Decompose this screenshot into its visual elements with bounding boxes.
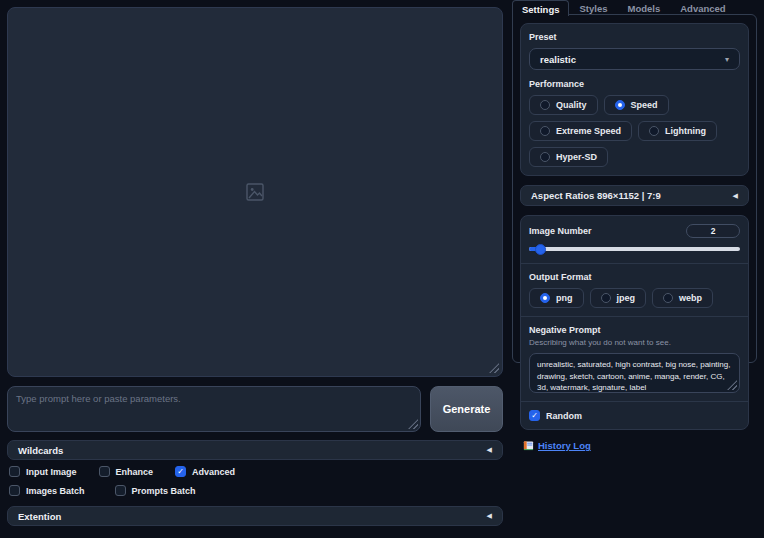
negative-prompt-section: Negative Prompt Describing what you do n… (521, 316, 748, 401)
collapse-arrow-icon: ◀ (733, 192, 738, 200)
aspect-ratios-label: Aspect Ratios 896×1152 | 7:9 (531, 190, 661, 201)
input-image-label: Input Image (26, 467, 77, 477)
checkbox-icon (9, 466, 20, 477)
checkbox-icon (9, 485, 20, 496)
tab-nav: Settings Styles Models Advanced (512, 0, 757, 15)
negative-prompt-input[interactable]: unrealistic, saturated, high contrast, b… (529, 353, 740, 393)
performance-lightning-radio[interactable]: Lightning (638, 121, 717, 141)
preset-value: realistic (540, 54, 576, 65)
prompts-batch-checkbox[interactable]: Prompts Batch (115, 485, 196, 496)
radio-icon (663, 293, 673, 303)
radio-selected-icon (540, 293, 550, 303)
radio-icon (540, 152, 550, 162)
prompt-input[interactable] (7, 386, 421, 432)
generation-settings-group: Image Number 2 Output Format png (520, 215, 749, 430)
chevron-down-icon: ▾ (725, 55, 729, 64)
radio-selected-icon (615, 100, 625, 110)
image-number-label: Image Number (529, 226, 592, 236)
settings-panel: Settings Styles Models Advanced Preset r… (512, 0, 757, 538)
checkbox-checked-icon: ✓ (175, 466, 186, 477)
radio-icon (601, 293, 611, 303)
radio-icon (649, 126, 659, 136)
image-number-value[interactable]: 2 (686, 224, 740, 238)
random-label: Random (546, 411, 582, 421)
image-placeholder-icon (245, 182, 265, 202)
performance-options: Quality Speed Extreme Speed Lightning Hy… (529, 95, 740, 167)
aspect-ratios-accordion[interactable]: Aspect Ratios 896×1152 | 7:9 ◀ (520, 185, 749, 206)
prompts-batch-label: Prompts Batch (132, 486, 196, 496)
book-icon (523, 440, 534, 451)
image-number-slider-handle[interactable] (535, 244, 546, 255)
image-number-section: Image Number 2 (521, 216, 748, 263)
image-preview-area[interactable] (7, 7, 503, 377)
advanced-label: Advanced (192, 467, 235, 477)
images-batch-checkbox[interactable]: Images Batch (9, 485, 85, 496)
negative-prompt-label: Negative Prompt (529, 325, 740, 335)
performance-quality-radio[interactable]: Quality (529, 95, 598, 115)
options-row-2: Images Batch Prompts Batch (9, 485, 196, 496)
performance-speed-radio[interactable]: Speed (604, 95, 669, 115)
format-webp-radio[interactable]: webp (652, 288, 713, 308)
radio-icon (540, 126, 550, 136)
advanced-checkbox[interactable]: ✓ Advanced (175, 466, 235, 477)
performance-extreme-speed-radio[interactable]: Extreme Speed (529, 121, 632, 141)
tab-advanced[interactable]: Advanced (670, 0, 735, 15)
format-jpeg-radio[interactable]: jpeg (590, 288, 647, 308)
extention-accordion[interactable]: Extention ◀ (7, 506, 503, 526)
slider-track (529, 247, 740, 251)
wildcards-accordion-label: Wildcards (18, 445, 63, 456)
checkbox-checked-icon: ✓ (529, 410, 540, 421)
format-png-radio[interactable]: png (529, 288, 584, 308)
history-log-link[interactable]: History Log (538, 440, 591, 451)
settings-tab-content: Preset realistic ▾ Performance Quality S… (512, 14, 757, 363)
tab-models[interactable]: Models (617, 0, 670, 15)
preset-performance-group: Preset realistic ▾ Performance Quality S… (520, 23, 749, 176)
tab-styles[interactable]: Styles (569, 0, 617, 15)
output-format-options: png jpeg webp (529, 288, 740, 308)
enhance-checkbox[interactable]: Enhance (99, 466, 154, 477)
output-format-section: Output Format png jpeg webp (521, 263, 748, 316)
preset-dropdown[interactable]: realistic ▾ (529, 48, 740, 70)
preset-label: Preset (529, 32, 740, 42)
performance-hyper-sd-radio[interactable]: Hyper-SD (529, 147, 608, 167)
options-row-1: Input Image Enhance ✓ Advanced (9, 466, 235, 477)
random-checkbox[interactable]: ✓ Random (529, 410, 740, 421)
prompt-field-wrap (7, 386, 421, 432)
images-batch-label: Images Batch (26, 486, 85, 496)
checkbox-icon (115, 485, 126, 496)
negative-prompt-description: Describing what you do not want to see. (529, 338, 740, 347)
generate-button[interactable]: Generate (430, 386, 503, 432)
history-log-row: History Log (520, 440, 749, 451)
extention-accordion-label: Extention (18, 511, 61, 522)
wildcards-accordion[interactable]: Wildcards ◀ (7, 440, 503, 460)
output-format-label: Output Format (529, 272, 740, 282)
performance-label: Performance (529, 79, 740, 89)
checkbox-icon (99, 466, 110, 477)
input-image-checkbox[interactable]: Input Image (9, 466, 77, 477)
preview-resize-handle[interactable] (489, 363, 499, 373)
enhance-label: Enhance (116, 467, 154, 477)
collapse-arrow-icon: ◀ (487, 446, 492, 454)
random-section: ✓ Random (521, 401, 748, 429)
collapse-arrow-icon: ◀ (487, 512, 492, 520)
tab-settings[interactable]: Settings (512, 0, 569, 16)
image-number-slider[interactable] (529, 244, 740, 255)
radio-icon (540, 100, 550, 110)
